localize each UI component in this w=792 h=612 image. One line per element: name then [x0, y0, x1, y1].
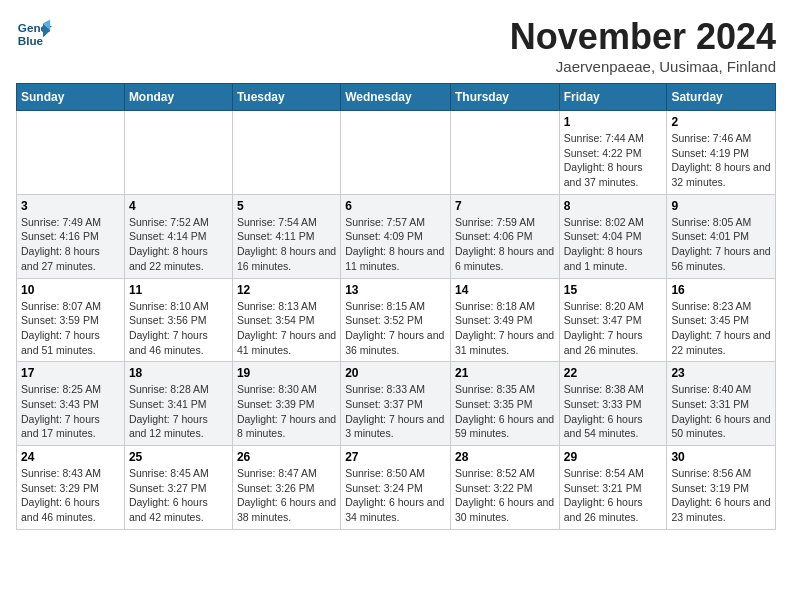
- calendar-cell: 19Sunrise: 8:30 AMSunset: 3:39 PMDayligh…: [232, 362, 340, 446]
- calendar-week-4: 17Sunrise: 8:25 AMSunset: 3:43 PMDayligh…: [17, 362, 776, 446]
- day-number: 8: [564, 199, 663, 213]
- day-number: 21: [455, 366, 555, 380]
- page-header: General Blue November 2024 Jaervenpaeae,…: [16, 16, 776, 75]
- day-number: 12: [237, 283, 336, 297]
- calendar-cell: 2Sunrise: 7:46 AMSunset: 4:19 PMDaylight…: [667, 111, 776, 195]
- day-number: 11: [129, 283, 228, 297]
- calendar-cell: 28Sunrise: 8:52 AMSunset: 3:22 PMDayligh…: [450, 446, 559, 530]
- day-number: 14: [455, 283, 555, 297]
- day-number: 19: [237, 366, 336, 380]
- day-info: Sunrise: 8:38 AMSunset: 3:33 PMDaylight:…: [564, 382, 663, 441]
- day-info: Sunrise: 7:57 AMSunset: 4:09 PMDaylight:…: [345, 215, 446, 274]
- calendar-cell: 10Sunrise: 8:07 AMSunset: 3:59 PMDayligh…: [17, 278, 125, 362]
- calendar-cell: 29Sunrise: 8:54 AMSunset: 3:21 PMDayligh…: [559, 446, 667, 530]
- calendar-cell: 24Sunrise: 8:43 AMSunset: 3:29 PMDayligh…: [17, 446, 125, 530]
- day-number: 4: [129, 199, 228, 213]
- calendar-week-2: 3Sunrise: 7:49 AMSunset: 4:16 PMDaylight…: [17, 194, 776, 278]
- calendar-cell: 4Sunrise: 7:52 AMSunset: 4:14 PMDaylight…: [124, 194, 232, 278]
- day-number: 7: [455, 199, 555, 213]
- calendar-cell: 17Sunrise: 8:25 AMSunset: 3:43 PMDayligh…: [17, 362, 125, 446]
- calendar-cell: 9Sunrise: 8:05 AMSunset: 4:01 PMDaylight…: [667, 194, 776, 278]
- day-info: Sunrise: 7:44 AMSunset: 4:22 PMDaylight:…: [564, 131, 663, 190]
- calendar-cell: 8Sunrise: 8:02 AMSunset: 4:04 PMDaylight…: [559, 194, 667, 278]
- calendar-cell: [450, 111, 559, 195]
- day-header-wednesday: Wednesday: [341, 84, 451, 111]
- day-header-tuesday: Tuesday: [232, 84, 340, 111]
- day-header-sunday: Sunday: [17, 84, 125, 111]
- day-number: 5: [237, 199, 336, 213]
- title-area: November 2024 Jaervenpaeae, Uusimaa, Fin…: [510, 16, 776, 75]
- svg-text:Blue: Blue: [18, 34, 44, 47]
- day-info: Sunrise: 8:18 AMSunset: 3:49 PMDaylight:…: [455, 299, 555, 358]
- day-info: Sunrise: 8:43 AMSunset: 3:29 PMDaylight:…: [21, 466, 120, 525]
- day-info: Sunrise: 8:23 AMSunset: 3:45 PMDaylight:…: [671, 299, 771, 358]
- calendar-cell: 3Sunrise: 7:49 AMSunset: 4:16 PMDaylight…: [17, 194, 125, 278]
- day-info: Sunrise: 7:46 AMSunset: 4:19 PMDaylight:…: [671, 131, 771, 190]
- day-number: 13: [345, 283, 446, 297]
- calendar-cell: 11Sunrise: 8:10 AMSunset: 3:56 PMDayligh…: [124, 278, 232, 362]
- day-info: Sunrise: 8:30 AMSunset: 3:39 PMDaylight:…: [237, 382, 336, 441]
- calendar-cell: [232, 111, 340, 195]
- day-info: Sunrise: 8:15 AMSunset: 3:52 PMDaylight:…: [345, 299, 446, 358]
- day-number: 22: [564, 366, 663, 380]
- day-number: 29: [564, 450, 663, 464]
- day-number: 20: [345, 366, 446, 380]
- day-number: 17: [21, 366, 120, 380]
- calendar-cell: 20Sunrise: 8:33 AMSunset: 3:37 PMDayligh…: [341, 362, 451, 446]
- day-number: 27: [345, 450, 446, 464]
- calendar-week-3: 10Sunrise: 8:07 AMSunset: 3:59 PMDayligh…: [17, 278, 776, 362]
- calendar-cell: 30Sunrise: 8:56 AMSunset: 3:19 PMDayligh…: [667, 446, 776, 530]
- calendar-cell: 5Sunrise: 7:54 AMSunset: 4:11 PMDaylight…: [232, 194, 340, 278]
- calendar-body: 1Sunrise: 7:44 AMSunset: 4:22 PMDaylight…: [17, 111, 776, 530]
- day-info: Sunrise: 8:13 AMSunset: 3:54 PMDaylight:…: [237, 299, 336, 358]
- calendar-cell: 23Sunrise: 8:40 AMSunset: 3:31 PMDayligh…: [667, 362, 776, 446]
- day-number: 28: [455, 450, 555, 464]
- day-info: Sunrise: 8:10 AMSunset: 3:56 PMDaylight:…: [129, 299, 228, 358]
- calendar-cell: 1Sunrise: 7:44 AMSunset: 4:22 PMDaylight…: [559, 111, 667, 195]
- day-info: Sunrise: 8:47 AMSunset: 3:26 PMDaylight:…: [237, 466, 336, 525]
- calendar-week-5: 24Sunrise: 8:43 AMSunset: 3:29 PMDayligh…: [17, 446, 776, 530]
- day-number: 9: [671, 199, 771, 213]
- day-info: Sunrise: 8:50 AMSunset: 3:24 PMDaylight:…: [345, 466, 446, 525]
- day-number: 23: [671, 366, 771, 380]
- calendar-cell: 21Sunrise: 8:35 AMSunset: 3:35 PMDayligh…: [450, 362, 559, 446]
- day-number: 24: [21, 450, 120, 464]
- day-info: Sunrise: 8:45 AMSunset: 3:27 PMDaylight:…: [129, 466, 228, 525]
- day-info: Sunrise: 8:56 AMSunset: 3:19 PMDaylight:…: [671, 466, 771, 525]
- day-number: 10: [21, 283, 120, 297]
- day-info: Sunrise: 7:49 AMSunset: 4:16 PMDaylight:…: [21, 215, 120, 274]
- calendar-cell: 18Sunrise: 8:28 AMSunset: 3:41 PMDayligh…: [124, 362, 232, 446]
- calendar-cell: 25Sunrise: 8:45 AMSunset: 3:27 PMDayligh…: [124, 446, 232, 530]
- day-info: Sunrise: 7:54 AMSunset: 4:11 PMDaylight:…: [237, 215, 336, 274]
- day-number: 25: [129, 450, 228, 464]
- calendar-cell: 12Sunrise: 8:13 AMSunset: 3:54 PMDayligh…: [232, 278, 340, 362]
- day-headers-row: SundayMondayTuesdayWednesdayThursdayFrid…: [17, 84, 776, 111]
- day-number: 2: [671, 115, 771, 129]
- calendar-header: SundayMondayTuesdayWednesdayThursdayFrid…: [17, 84, 776, 111]
- logo: General Blue: [16, 16, 52, 52]
- calendar-cell: 14Sunrise: 8:18 AMSunset: 3:49 PMDayligh…: [450, 278, 559, 362]
- calendar-cell: [124, 111, 232, 195]
- day-info: Sunrise: 8:54 AMSunset: 3:21 PMDaylight:…: [564, 466, 663, 525]
- calendar-table: SundayMondayTuesdayWednesdayThursdayFrid…: [16, 83, 776, 530]
- day-info: Sunrise: 8:20 AMSunset: 3:47 PMDaylight:…: [564, 299, 663, 358]
- calendar-cell: 15Sunrise: 8:20 AMSunset: 3:47 PMDayligh…: [559, 278, 667, 362]
- day-number: 16: [671, 283, 771, 297]
- logo-icon: General Blue: [16, 16, 52, 52]
- day-header-monday: Monday: [124, 84, 232, 111]
- calendar-cell: 16Sunrise: 8:23 AMSunset: 3:45 PMDayligh…: [667, 278, 776, 362]
- day-number: 30: [671, 450, 771, 464]
- location-subtitle: Jaervenpaeae, Uusimaa, Finland: [510, 58, 776, 75]
- calendar-cell: 27Sunrise: 8:50 AMSunset: 3:24 PMDayligh…: [341, 446, 451, 530]
- day-header-thursday: Thursday: [450, 84, 559, 111]
- day-number: 26: [237, 450, 336, 464]
- day-header-saturday: Saturday: [667, 84, 776, 111]
- calendar-cell: 7Sunrise: 7:59 AMSunset: 4:06 PMDaylight…: [450, 194, 559, 278]
- day-number: 15: [564, 283, 663, 297]
- day-number: 6: [345, 199, 446, 213]
- calendar-cell: 13Sunrise: 8:15 AMSunset: 3:52 PMDayligh…: [341, 278, 451, 362]
- day-info: Sunrise: 8:52 AMSunset: 3:22 PMDaylight:…: [455, 466, 555, 525]
- day-info: Sunrise: 7:59 AMSunset: 4:06 PMDaylight:…: [455, 215, 555, 274]
- calendar-cell: 26Sunrise: 8:47 AMSunset: 3:26 PMDayligh…: [232, 446, 340, 530]
- day-number: 3: [21, 199, 120, 213]
